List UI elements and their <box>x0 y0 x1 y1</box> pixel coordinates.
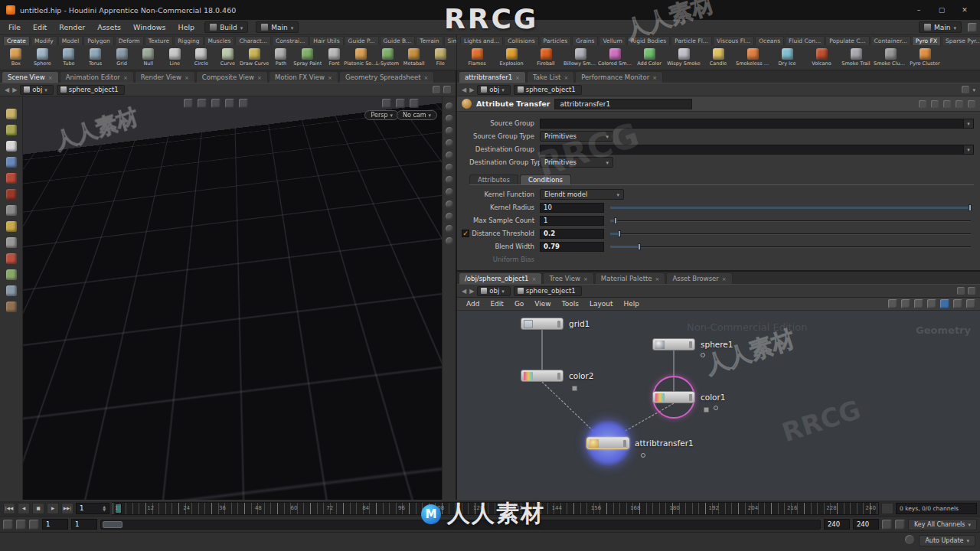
menu-file[interactable]: File <box>3 21 26 33</box>
select-mode-icon[interactable] <box>184 99 193 108</box>
shelf-tool[interactable]: File <box>428 48 454 67</box>
net-menu-edit[interactable]: Edit <box>485 299 508 308</box>
menu-windows[interactable]: Windows <box>128 21 171 33</box>
source-group-type-select[interactable]: Primitives <box>540 131 613 142</box>
blend-width-field[interactable]: 0.79 <box>540 242 604 252</box>
playback-mode-icon[interactable] <box>3 520 13 530</box>
menu-assets[interactable]: Assets <box>92 21 126 33</box>
shelf-tab[interactable]: Pyro FX <box>912 36 941 45</box>
pane-tab[interactable]: Tree View <box>543 272 593 284</box>
close-icon[interactable] <box>655 275 660 282</box>
pane-tab[interactable]: Render View <box>135 71 195 83</box>
pane-tab[interactable]: Performance Monitor <box>575 71 663 83</box>
shelf-tab[interactable]: Muscles <box>204 36 235 45</box>
context-chip[interactable]: obj <box>477 286 510 296</box>
shelf-tool[interactable]: Null <box>136 48 162 67</box>
pane-tab[interactable]: Scene View <box>2 71 59 83</box>
viewport-menu-icon[interactable] <box>410 99 419 108</box>
shelf-tool[interactable]: Colored Smoke <box>598 48 632 67</box>
shelf-tool[interactable]: Pyro Cluster <box>908 48 942 67</box>
max-sample-count-slider[interactable] <box>610 216 974 226</box>
display-flag-dot[interactable] <box>641 453 645 458</box>
display-option-icon[interactable] <box>446 164 453 171</box>
shelf-tool[interactable]: Metaball <box>401 48 427 67</box>
pose-tool-icon[interactable] <box>6 221 17 232</box>
pin-icon[interactable] <box>962 86 969 93</box>
material-dark-icon[interactable] <box>6 189 17 200</box>
close-icon[interactable] <box>583 275 588 282</box>
shelf-tab[interactable]: Simple FX <box>444 36 456 45</box>
shelf-tab[interactable]: Guide B... <box>380 36 416 45</box>
kernel-radius-slider[interactable] <box>610 203 974 213</box>
shelf-tab[interactable]: Particle Fl... <box>671 36 712 45</box>
close-icon[interactable] <box>515 73 520 81</box>
shelf-tool[interactable]: Path <box>268 48 294 67</box>
shelf-tool[interactable]: Grid <box>109 48 135 67</box>
display-flag-dot[interactable] <box>714 406 718 410</box>
shelf-tool[interactable]: Sphere <box>30 48 56 67</box>
range-start-field[interactable]: 1 <box>42 519 68 530</box>
shelf-tool[interactable]: Explosion <box>495 48 528 67</box>
layout-icon[interactable] <box>968 23 977 32</box>
minimize-button[interactable]: – <box>910 5 928 16</box>
menu-icon[interactable] <box>443 86 451 93</box>
scope-icon[interactable] <box>895 520 905 530</box>
transport-button[interactable]: ▶▶| <box>61 503 74 514</box>
shelf-tool[interactable]: Torus <box>83 48 109 67</box>
display-options-icon[interactable] <box>940 299 949 308</box>
net-menu-add[interactable]: Add <box>462 299 484 308</box>
chevron-down-icon[interactable] <box>964 145 974 155</box>
back-icon[interactable] <box>462 288 466 295</box>
shelf-tab[interactable]: Model <box>58 36 83 45</box>
net-menu-tools[interactable]: Tools <box>557 299 583 308</box>
shelf-tool[interactable]: Draw Curve <box>241 48 267 67</box>
view-tool-icon[interactable] <box>6 269 17 280</box>
close-icon[interactable] <box>48 73 53 81</box>
display-option-icon[interactable] <box>446 213 453 220</box>
spinner-icon[interactable]: ▲▼ <box>103 505 106 511</box>
scene-viewport[interactable]: Persp No cam x Left mouse tumbles. Middl… <box>23 96 442 500</box>
range-handle[interactable] <box>103 521 122 528</box>
search-icon[interactable] <box>943 100 951 108</box>
display-option-icon[interactable] <box>446 139 453 147</box>
pane-tab[interactable]: Asset Browser <box>666 272 732 284</box>
distance-threshold-field[interactable]: 0.2 <box>540 229 604 239</box>
close-icon[interactable] <box>257 73 262 81</box>
loop-icon[interactable] <box>16 520 26 530</box>
close-button[interactable]: ✕ <box>956 5 974 16</box>
thumbnail-icon[interactable] <box>927 299 936 308</box>
close-icon[interactable] <box>328 73 332 81</box>
close-icon[interactable] <box>652 73 657 81</box>
shelf-tool[interactable]: Smokeless Flame <box>736 48 769 67</box>
shelf-tab[interactable]: Container... <box>871 36 911 45</box>
distance-threshold-slider[interactable] <box>610 229 974 239</box>
node-flag[interactable] <box>623 440 626 447</box>
close-icon[interactable] <box>123 73 128 81</box>
shelf-tab[interactable]: Deform <box>115 36 144 45</box>
update-mode-icon[interactable] <box>905 535 914 544</box>
grid-toggle-icon[interactable] <box>396 99 405 108</box>
shelf-tool[interactable]: Smoke Cluster <box>874 48 907 67</box>
display-option-icon[interactable] <box>446 127 453 135</box>
pane-tab[interactable]: /obj/sphere_object1 <box>459 272 542 284</box>
destination-group-type-select[interactable]: Primitives <box>540 157 613 168</box>
pin-icon[interactable] <box>957 287 965 295</box>
camera-selector[interactable]: No cam <box>397 110 437 120</box>
shelf-tab[interactable]: Rigging <box>174 36 203 45</box>
shelf-tab[interactable]: Populate C... <box>825 36 869 45</box>
shelf-tool[interactable]: Line <box>162 48 188 67</box>
close-icon[interactable] <box>185 73 189 81</box>
node-sphere1[interactable] <box>652 338 695 350</box>
shelf-tab[interactable]: Hair Utils <box>309 36 343 45</box>
split-icon[interactable] <box>968 287 975 295</box>
right-main-selector[interactable]: Main <box>919 21 962 33</box>
shelf-tab[interactable]: Polygon <box>83 36 113 45</box>
shelf-tab[interactable]: Lights and... <box>460 36 503 45</box>
display-option-icon[interactable] <box>446 115 453 122</box>
shelf-tool[interactable]: Curve <box>215 48 241 67</box>
maximize-button[interactable]: ▢ <box>933 5 951 16</box>
pane-tab[interactable]: Material Palette <box>595 272 666 284</box>
shelf-tool[interactable]: Smoke Trail <box>839 48 873 67</box>
wrench-icon[interactable] <box>888 299 897 308</box>
forward-icon[interactable] <box>469 86 474 93</box>
